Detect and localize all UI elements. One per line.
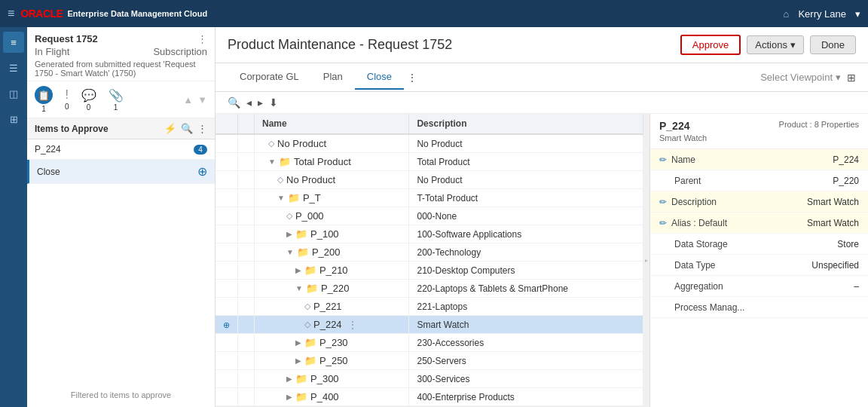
expand-icon: ▼ bbox=[268, 158, 276, 166]
comments-icon: 💬 bbox=[81, 88, 96, 103]
actions-button[interactable]: Actions ▾ bbox=[747, 35, 804, 54]
table-row[interactable]: ▼ 📁 P_T T-Total Product bbox=[215, 189, 643, 207]
toolbar-download-icon[interactable]: ⬇ bbox=[269, 96, 278, 109]
table-row-selected[interactable]: ⊕ ◇ P_224 ⋮ Smart Watch bbox=[215, 316, 643, 334]
table-row[interactable]: ▶ 📁 P_100 100-Software Applications bbox=[215, 225, 643, 243]
more-options-icon[interactable]: ⋮ bbox=[197, 33, 207, 44]
filtered-notice: Filtered to items to approve bbox=[27, 383, 215, 407]
tab-close[interactable]: Close bbox=[355, 65, 404, 90]
properties-count: Product : 8 Properties bbox=[779, 120, 859, 129]
hamburger-icon[interactable]: ≡ bbox=[8, 7, 14, 20]
folder-icon: 📁 bbox=[297, 246, 309, 258]
folder-icon: 📁 bbox=[304, 355, 316, 366]
table-row[interactable]: ◇ No Product No Product bbox=[215, 134, 643, 153]
expand-icon: ▼ bbox=[277, 194, 285, 202]
table-row[interactable]: ▼ 📁 Total Product Total Product bbox=[215, 153, 643, 171]
items-to-approve-label: Items to Approve bbox=[35, 124, 108, 134]
col-name: Name bbox=[255, 114, 409, 134]
table-row[interactable]: ▶ 📁 P_300 300-Services bbox=[215, 370, 643, 388]
table-row[interactable]: ◇ P_000 000-None bbox=[215, 207, 643, 225]
items-list: P_224 4 Close ⊕ bbox=[27, 139, 215, 184]
table-row[interactable]: ▶ 📁 P_210 210-Desktop Computers bbox=[215, 262, 643, 280]
app-logo: ORACLE Enterprise Data Management Cloud bbox=[20, 8, 207, 20]
tabs-bar: Corporate GL Plan Close ⋮ Select Viewpoi… bbox=[215, 63, 868, 92]
toolbar-next-icon[interactable]: ▸ bbox=[258, 96, 263, 109]
top-nav-right: ⌂ Kerry Lane ▾ bbox=[784, 8, 860, 20]
tab-corporate-gl[interactable]: Corporate GL bbox=[228, 65, 311, 90]
sidebar-icon-apps[interactable]: ⊞ bbox=[3, 109, 24, 130]
expand-icon: ▶ bbox=[286, 230, 292, 238]
nav-icon: ≡ bbox=[11, 37, 17, 48]
scroll-down-icon[interactable]: ▼ bbox=[197, 94, 207, 106]
viewpoint-label: Select Viewpoint bbox=[760, 72, 833, 83]
grid-view-icon[interactable]: ⊞ bbox=[847, 72, 856, 84]
tab-plan[interactable]: Plan bbox=[311, 65, 355, 90]
row-more-icon[interactable]: ⋮ bbox=[348, 320, 357, 330]
user-name[interactable]: Kerry Lane bbox=[798, 8, 846, 20]
edit-alias-icon[interactable]: ✏ bbox=[659, 218, 667, 228]
table-row[interactable]: ▶ 📁 P_230 230-Accessories bbox=[215, 334, 643, 352]
tabs-more-icon[interactable]: ⋮ bbox=[407, 72, 417, 84]
sidebar-icon-view[interactable]: ◫ bbox=[3, 83, 24, 104]
comments-count[interactable]: 💬 0 bbox=[81, 88, 96, 112]
folder-icon: 📁 bbox=[306, 283, 318, 294]
edit-description-icon[interactable]: ✏ bbox=[659, 197, 667, 207]
property-process-manag: Process Manag... bbox=[650, 297, 868, 318]
user-dropdown-icon[interactable]: ▾ bbox=[855, 8, 860, 20]
expand-icon: ▶ bbox=[286, 375, 292, 383]
diamond-icon: ◇ bbox=[268, 139, 274, 148]
diamond-icon: ◇ bbox=[304, 301, 310, 311]
sidebar-icon-nav[interactable]: ≡ bbox=[3, 32, 24, 53]
top-nav-left: ≡ ORACLE Enterprise Data Management Clou… bbox=[8, 7, 207, 20]
data-table: Name Description ◇ No Produ bbox=[215, 114, 643, 406]
main-layout: ≡ ☰ ◫ ⊞ Request 1752 ⋮ In Flight Subscri… bbox=[0, 27, 868, 407]
page-title: Product Maintenance - Request 1752 bbox=[228, 37, 452, 53]
tasks-count[interactable]: 📋 1 bbox=[35, 86, 53, 113]
main-content: Product Maintenance - Request 1752 Appro… bbox=[215, 27, 868, 407]
property-parent: Parent P_220 bbox=[650, 170, 868, 191]
toolbar-search-icon[interactable]: 🔍 bbox=[228, 96, 240, 109]
approve-button[interactable]: Approve bbox=[680, 35, 741, 55]
attachments-icon: 📎 bbox=[108, 88, 124, 103]
edit-name-icon[interactable]: ✏ bbox=[659, 155, 667, 165]
table-row[interactable]: ▼ 📁 P_200 200-Technology bbox=[215, 243, 643, 262]
scroll-up-icon[interactable]: ▲ bbox=[183, 94, 193, 106]
selected-item-name: P_224 bbox=[659, 120, 707, 132]
add-item-icon[interactable]: ⊕ bbox=[197, 164, 207, 179]
request-type: Subscription bbox=[153, 46, 207, 57]
property-data-type: Data Type Unspecified bbox=[650, 255, 868, 276]
folder-icon: 📁 bbox=[295, 373, 307, 384]
resize-handle[interactable]: ▸ bbox=[643, 114, 649, 407]
apps-icon: ⊞ bbox=[10, 114, 18, 125]
alerts-count[interactable]: ! 0 bbox=[65, 88, 69, 111]
tabs-left: Corporate GL Plan Close ⋮ bbox=[228, 65, 417, 90]
table-row[interactable]: ▼ 📁 P_220 220-Laptops & Tablets & SmartP… bbox=[215, 280, 643, 298]
col-description: Description bbox=[409, 114, 643, 134]
filter-icon[interactable]: ⚡ bbox=[164, 123, 176, 134]
col-check bbox=[238, 114, 255, 134]
done-button[interactable]: Done bbox=[810, 35, 856, 54]
table-row[interactable]: ◇ P_221 221-Laptops bbox=[215, 298, 643, 316]
oracle-wordmark: ORACLE bbox=[20, 8, 63, 20]
search-icon[interactable]: 🔍 bbox=[181, 123, 193, 134]
request-description: Generated from submitted request 'Reques… bbox=[35, 60, 207, 78]
more-items-icon[interactable]: ⋮ bbox=[197, 123, 207, 134]
folder-icon: 📁 bbox=[304, 337, 316, 348]
table-row[interactable]: ▶ 📁 P_250 250-Servers bbox=[215, 352, 643, 370]
table-row[interactable]: ◇ No Product No Product bbox=[215, 171, 643, 189]
selected-item-type: Smart Watch bbox=[659, 133, 707, 142]
folder-icon: 📁 bbox=[288, 192, 300, 204]
sidebar-icon-tasks[interactable]: ☰ bbox=[3, 57, 24, 78]
table-row[interactable]: ▶ 📁 P_400 400-Enterprise Products bbox=[215, 388, 643, 406]
list-item-close[interactable]: Close ⊕ bbox=[27, 160, 215, 184]
left-panel: Request 1752 ⋮ In Flight Subscription Ge… bbox=[27, 27, 215, 407]
expand-icon: ▶ bbox=[295, 357, 301, 365]
toolbar-prev-icon[interactable]: ◂ bbox=[246, 96, 252, 109]
tabs-right: Select Viewpoint ▾ ⊞ bbox=[760, 72, 856, 84]
list-item-p224[interactable]: P_224 4 bbox=[27, 139, 215, 160]
viewpoint-select[interactable]: Select Viewpoint ▾ bbox=[760, 72, 841, 83]
folder-icon: 📁 bbox=[279, 156, 291, 167]
expand-icon: ▶ bbox=[295, 338, 301, 347]
home-icon[interactable]: ⌂ bbox=[784, 8, 790, 20]
attachments-count[interactable]: 📎 1 bbox=[108, 88, 124, 112]
